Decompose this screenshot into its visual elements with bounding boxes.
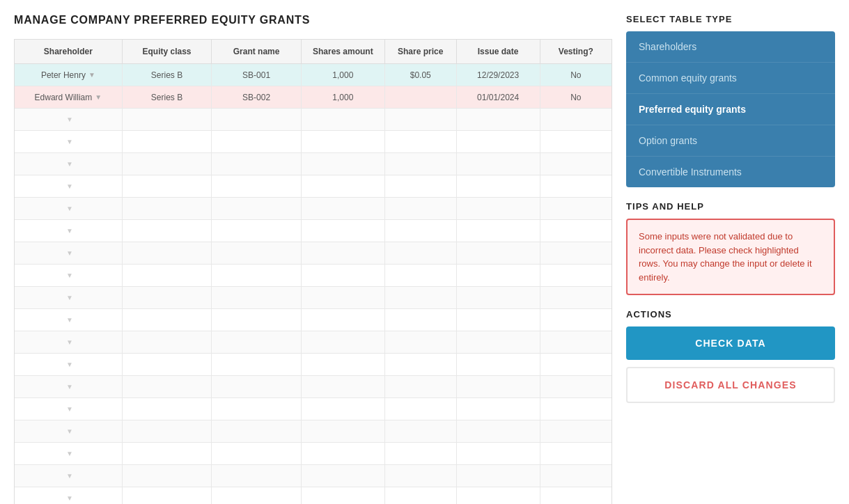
table-cell-empty (384, 175, 456, 198)
equity-grants-table: Shareholder Equity class Grant name Shar… (15, 40, 612, 504)
table-cell-empty: ▼ (15, 109, 122, 131)
table-cell[interactable]: No (540, 86, 612, 109)
table-cell[interactable]: SB-002 (212, 86, 302, 109)
table-cell[interactable]: Edward William▼ (15, 86, 122, 109)
table-cell-empty (540, 420, 612, 443)
table-row[interactable]: Edward William▼Series BSB-0021,00001/01/… (15, 86, 612, 109)
table-cell-empty (301, 309, 384, 331)
table-cell-empty (122, 198, 212, 220)
table-cell-empty (540, 287, 612, 309)
table-cell-empty (456, 420, 540, 443)
table-cell[interactable]: Peter Henry▼ (15, 64, 122, 86)
table-cell[interactable]: $0.05 (384, 64, 456, 86)
table-cell-empty (122, 220, 212, 242)
discard-changes-button[interactable]: DISCARD ALL CHANGES (626, 367, 835, 403)
check-data-button[interactable]: CHECK DATA (626, 326, 835, 360)
table-cell-empty (212, 265, 302, 287)
table-cell-empty (301, 331, 384, 354)
table-cell-empty (212, 354, 302, 376)
sidebar-item-preferred_equity[interactable]: Preferred equity grants (626, 94, 835, 125)
table-cell-empty (212, 109, 302, 131)
col-header-equity-class: Equity class (122, 40, 212, 64)
table-cell-empty: ▼ (15, 487, 122, 505)
table-cell[interactable]: 1,000 (301, 86, 384, 109)
table-cell-empty (301, 153, 384, 175)
sidebar-item-shareholders[interactable]: Shareholders (626, 31, 835, 63)
table-cell-empty (540, 109, 612, 131)
table-cell-empty (212, 443, 302, 465)
table-row-empty: ▼ (15, 242, 612, 265)
table-cell[interactable] (384, 86, 456, 109)
table-cell-empty: ▼ (15, 309, 122, 331)
table-cell-empty (384, 220, 456, 242)
table-cell-empty (384, 198, 456, 220)
table-cell-empty (456, 265, 540, 287)
table-cell[interactable]: SB-001 (212, 64, 302, 86)
table-cell-empty (384, 109, 456, 131)
table-cell-empty (540, 331, 612, 354)
table-cell-empty (212, 131, 302, 153)
table-cell[interactable]: 01/01/2024 (456, 86, 540, 109)
table-cell[interactable]: Series B (122, 64, 212, 86)
table-cell-empty (301, 287, 384, 309)
table-cell-empty (384, 443, 456, 465)
table-cell-empty (384, 398, 456, 420)
table-row-empty: ▼ (15, 287, 612, 309)
table-row-empty: ▼ (15, 376, 612, 398)
table-cell-empty (301, 487, 384, 505)
table-cell-empty (384, 354, 456, 376)
tips-section: TIPS AND HELP Some inputs were not valid… (626, 201, 835, 295)
table-cell-empty (456, 354, 540, 376)
table-cell-empty (301, 420, 384, 443)
col-header-vesting: Vesting? (540, 40, 612, 64)
table-cell-empty: ▼ (15, 465, 122, 487)
table-cell-empty (122, 287, 212, 309)
table-cell-empty (384, 131, 456, 153)
table-cell-empty: ▼ (15, 331, 122, 354)
col-header-issue-date: Issue date (456, 40, 540, 64)
table-cell-empty (301, 354, 384, 376)
table-cell-empty (212, 242, 302, 265)
sidebar: SELECT TABLE TYPE ShareholdersCommon equ… (626, 14, 835, 504)
table-cell-empty (540, 131, 612, 153)
table-cell[interactable]: Series B (122, 86, 212, 109)
table-row[interactable]: Peter Henry▼Series BSB-0011,000$0.0512/2… (15, 64, 612, 86)
table-cell-empty (122, 354, 212, 376)
table-cell-empty (540, 398, 612, 420)
table-cell-empty (212, 487, 302, 505)
table-cell-empty (384, 331, 456, 354)
table-row-empty: ▼ (15, 153, 612, 175)
col-header-shareholder: Shareholder (15, 40, 122, 64)
table-cell-empty (301, 376, 384, 398)
table-cell-empty (122, 242, 212, 265)
table-cell-empty (540, 220, 612, 242)
table-header-row: Shareholder Equity class Grant name Shar… (15, 40, 612, 64)
col-header-grant-name: Grant name (212, 40, 302, 64)
table-cell-empty (122, 175, 212, 198)
table-cell-empty (122, 487, 212, 505)
table-cell-empty (384, 465, 456, 487)
table-cell-empty: ▼ (15, 376, 122, 398)
table-cell-empty (212, 220, 302, 242)
table-cell-empty: ▼ (15, 175, 122, 198)
table-cell-empty (540, 265, 612, 287)
table-cell-empty: ▼ (15, 287, 122, 309)
tips-title: TIPS AND HELP (626, 201, 835, 212)
table-row-empty: ▼ (15, 487, 612, 505)
table-cell-empty: ▼ (15, 153, 122, 175)
table-cell[interactable]: 12/29/2023 (456, 64, 540, 86)
table-cell[interactable]: 1,000 (301, 64, 384, 86)
table-row-empty: ▼ (15, 420, 612, 443)
sidebar-item-common_equity[interactable]: Common equity grants (626, 63, 835, 94)
table-cell-empty (212, 153, 302, 175)
table-cell-empty: ▼ (15, 443, 122, 465)
table-cell[interactable]: No (540, 64, 612, 86)
main-panel: MANAGE COMPANY PREFERRED EQUITY GRANTS S… (14, 14, 612, 504)
table-cell-empty (122, 131, 212, 153)
actions-title: ACTIONS (626, 309, 835, 320)
table-row-empty: ▼ (15, 265, 612, 287)
table-cell-empty (384, 287, 456, 309)
table-row-empty: ▼ (15, 109, 612, 131)
sidebar-item-convertible[interactable]: Convertible Instruments (626, 157, 835, 187)
sidebar-item-option_grants[interactable]: Option grants (626, 125, 835, 157)
